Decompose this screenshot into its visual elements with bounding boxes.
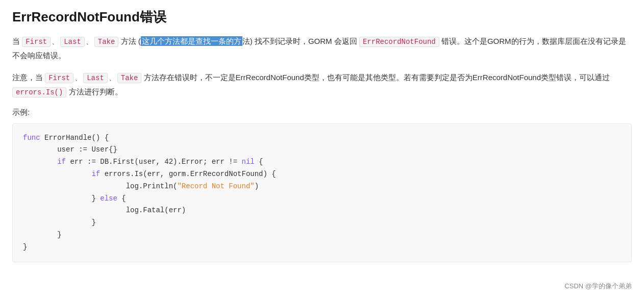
code-line-3: if err := DB.First(user, 42).Error; err … (23, 156, 621, 168)
p2-sep1: 、 (75, 73, 82, 82)
highlighted-text: 这几个方法都是查找一条的方 (141, 36, 242, 46)
p2-code-errorsis: errors.Is() (12, 87, 66, 97)
code-line-8: } (23, 217, 621, 229)
code-errrecordnotfound: ErrRecordNotFound (359, 37, 439, 47)
code-block: func ErrorHandle() { user := User{} if e… (12, 123, 632, 262)
code-line-1: func ErrorHandle() { (23, 132, 621, 144)
text-middle: 方法 ( (118, 37, 140, 45)
p2-text2: 方法存在错误时，不一定是ErrRecordNotFound类型，也有可能是其他类… (141, 73, 610, 82)
code-take: Take (94, 37, 119, 47)
p2-text3: 方法进行判断。 (66, 87, 122, 96)
p2-code-first: First (45, 73, 73, 83)
code-line-10: } (23, 241, 621, 254)
paragraph-2: 注意，当 First、Last、Take 方法存在错误时，不一定是ErrReco… (12, 70, 632, 99)
page-title: ErrRecordNotFound错误 (12, 8, 632, 26)
sep2: 、 (86, 37, 93, 45)
code-line-2: user := User{} (23, 144, 621, 156)
code-first: First (22, 37, 51, 47)
text-after-highlight: 法) 找不到记录时，GORM 会返回 (242, 37, 359, 45)
code-line-9: } (23, 229, 621, 241)
p2-code-take: Take (117, 73, 142, 83)
footer-credit: CSDN @学的像个弟弟 (564, 282, 632, 291)
text-before-first: 当 (12, 37, 22, 45)
code-line-7: log.Fatal(err) (23, 205, 621, 217)
p2-code-last: Last (83, 73, 108, 83)
code-last: Last (60, 37, 85, 47)
p2-text1: 注意，当 (12, 73, 45, 82)
code-line-5: log.Println("Record Not Found") (23, 181, 621, 193)
paragraph-1: 当 First、Last、Take 方法 (这几个方法都是查找一条的方法) 找不… (12, 34, 632, 62)
example-label: 示例: (12, 108, 632, 117)
code-line-6: } else { (23, 193, 621, 205)
code-line-4: if errors.Is(err, gorm.ErrRecordNotFound… (23, 168, 621, 181)
p2-sep2: 、 (109, 73, 116, 82)
sep1: 、 (52, 37, 59, 45)
